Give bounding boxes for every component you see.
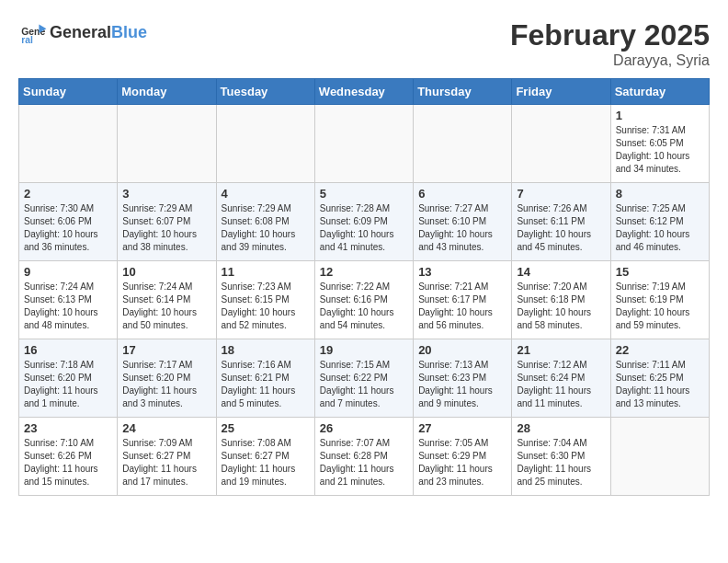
calendar-cell: 12Sunrise: 7:22 AM Sunset: 6:16 PM Dayli…	[314, 261, 413, 339]
day-number: 1	[616, 109, 704, 122]
header-thursday: Thursday	[414, 79, 512, 105]
logo-line2: Blue	[111, 23, 147, 41]
svg-text:ral: ral	[21, 35, 33, 45]
day-number: 17	[122, 343, 210, 357]
day-number: 26	[320, 421, 408, 435]
day-number: 28	[517, 421, 605, 435]
header-monday: Monday	[118, 79, 216, 105]
calendar-cell: 20Sunrise: 7:13 AM Sunset: 6:23 PM Dayli…	[414, 339, 512, 418]
week-row-5: 23Sunrise: 7:10 AM Sunset: 6:26 PM Dayli…	[19, 418, 710, 496]
day-number: 12	[320, 265, 408, 279]
day-info: Sunrise: 7:15 AM Sunset: 6:22 PM Dayligh…	[320, 359, 408, 410]
day-number: 13	[418, 265, 506, 279]
day-number: 18	[222, 343, 310, 357]
calendar-cell	[118, 105, 216, 183]
week-row-1: 1Sunrise: 7:31 AM Sunset: 6:05 PM Daylig…	[19, 105, 710, 183]
day-number: 3	[122, 187, 210, 201]
day-info: Sunrise: 7:16 AM Sunset: 6:21 PM Dayligh…	[222, 359, 310, 410]
calendar-cell: 2Sunrise: 7:30 AM Sunset: 6:06 PM Daylig…	[19, 183, 118, 261]
calendar-cell: 11Sunrise: 7:23 AM Sunset: 6:15 PM Dayli…	[216, 261, 314, 339]
page-header: Gene ral GeneralBlue February 2025 Daray…	[18, 18, 710, 69]
day-info: Sunrise: 7:29 AM Sunset: 6:08 PM Dayligh…	[222, 202, 310, 254]
day-info: Sunrise: 7:28 AM Sunset: 6:09 PM Dayligh…	[320, 202, 408, 254]
calendar-cell: 18Sunrise: 7:16 AM Sunset: 6:21 PM Dayli…	[216, 339, 314, 418]
day-info: Sunrise: 7:04 AM Sunset: 6:30 PM Dayligh…	[517, 437, 605, 488]
day-info: Sunrise: 7:18 AM Sunset: 6:20 PM Dayligh…	[24, 359, 112, 410]
day-number: 19	[320, 343, 408, 357]
calendar-cell: 5Sunrise: 7:28 AM Sunset: 6:09 PM Daylig…	[314, 183, 413, 261]
location: Darayya, Syria	[510, 52, 710, 69]
week-row-4: 16Sunrise: 7:18 AM Sunset: 6:20 PM Dayli…	[19, 339, 710, 418]
week-row-3: 9Sunrise: 7:24 AM Sunset: 6:13 PM Daylig…	[19, 261, 710, 339]
logo-icon: Gene ral	[18, 18, 48, 48]
day-info: Sunrise: 7:12 AM Sunset: 6:24 PM Dayligh…	[517, 359, 605, 410]
calendar-cell: 14Sunrise: 7:20 AM Sunset: 6:18 PM Dayli…	[512, 261, 610, 339]
calendar-cell: 9Sunrise: 7:24 AM Sunset: 6:13 PM Daylig…	[19, 261, 118, 339]
calendar-cell: 25Sunrise: 7:08 AM Sunset: 6:27 PM Dayli…	[216, 418, 314, 496]
day-info: Sunrise: 7:23 AM Sunset: 6:15 PM Dayligh…	[222, 281, 310, 332]
day-number: 20	[418, 343, 506, 357]
day-number: 22	[616, 343, 704, 357]
calendar-cell: 27Sunrise: 7:05 AM Sunset: 6:29 PM Dayli…	[414, 418, 512, 496]
calendar-cell: 22Sunrise: 7:11 AM Sunset: 6:25 PM Dayli…	[610, 339, 709, 418]
day-number: 21	[517, 343, 605, 357]
day-number: 27	[418, 421, 506, 435]
calendar-cell: 16Sunrise: 7:18 AM Sunset: 6:20 PM Dayli…	[19, 339, 118, 418]
calendar-cell: 3Sunrise: 7:29 AM Sunset: 6:07 PM Daylig…	[118, 183, 216, 261]
day-info: Sunrise: 7:25 AM Sunset: 6:12 PM Dayligh…	[616, 202, 704, 254]
day-info: Sunrise: 7:05 AM Sunset: 6:29 PM Dayligh…	[418, 437, 506, 488]
day-number: 15	[616, 265, 704, 279]
day-info: Sunrise: 7:20 AM Sunset: 6:18 PM Dayligh…	[517, 281, 605, 332]
calendar-cell	[610, 418, 709, 496]
day-number: 24	[122, 421, 210, 435]
logo: Gene ral GeneralBlue	[18, 18, 147, 48]
calendar-table: SundayMondayTuesdayWednesdayThursdayFrid…	[18, 78, 710, 496]
header-sunday: Sunday	[19, 79, 118, 105]
calendar-cell: 21Sunrise: 7:12 AM Sunset: 6:24 PM Dayli…	[512, 339, 610, 418]
day-info: Sunrise: 7:07 AM Sunset: 6:28 PM Dayligh…	[320, 437, 408, 488]
calendar-cell: 19Sunrise: 7:15 AM Sunset: 6:22 PM Dayli…	[314, 339, 413, 418]
day-info: Sunrise: 7:26 AM Sunset: 6:11 PM Dayligh…	[517, 202, 605, 254]
day-info: Sunrise: 7:11 AM Sunset: 6:25 PM Dayligh…	[616, 359, 704, 410]
calendar-cell: 8Sunrise: 7:25 AM Sunset: 6:12 PM Daylig…	[610, 183, 709, 261]
day-info: Sunrise: 7:30 AM Sunset: 6:06 PM Dayligh…	[24, 202, 112, 254]
calendar-cell: 15Sunrise: 7:19 AM Sunset: 6:19 PM Dayli…	[610, 261, 709, 339]
calendar-cell: 23Sunrise: 7:10 AM Sunset: 6:26 PM Dayli…	[19, 418, 118, 496]
day-info: Sunrise: 7:24 AM Sunset: 6:13 PM Dayligh…	[24, 281, 112, 332]
day-info: Sunrise: 7:31 AM Sunset: 6:05 PM Dayligh…	[616, 124, 704, 176]
day-info: Sunrise: 7:09 AM Sunset: 6:27 PM Dayligh…	[122, 437, 210, 488]
calendar-cell: 13Sunrise: 7:21 AM Sunset: 6:17 PM Dayli…	[414, 261, 512, 339]
day-number: 7	[517, 187, 605, 201]
week-row-2: 2Sunrise: 7:30 AM Sunset: 6:06 PM Daylig…	[19, 183, 710, 261]
day-info: Sunrise: 7:19 AM Sunset: 6:19 PM Dayligh…	[616, 281, 704, 332]
day-info: Sunrise: 7:29 AM Sunset: 6:07 PM Dayligh…	[122, 202, 210, 254]
header-saturday: Saturday	[610, 79, 709, 105]
calendar-cell: 6Sunrise: 7:27 AM Sunset: 6:10 PM Daylig…	[414, 183, 512, 261]
day-number: 4	[222, 187, 310, 201]
day-info: Sunrise: 7:17 AM Sunset: 6:20 PM Dayligh…	[122, 359, 210, 410]
calendar-cell	[216, 105, 314, 183]
header-friday: Friday	[512, 79, 610, 105]
day-number: 16	[24, 343, 112, 357]
day-info: Sunrise: 7:22 AM Sunset: 6:16 PM Dayligh…	[320, 281, 408, 332]
title-block: February 2025 Darayya, Syria	[510, 18, 710, 69]
day-info: Sunrise: 7:08 AM Sunset: 6:27 PM Dayligh…	[222, 437, 310, 488]
day-number: 5	[320, 187, 408, 201]
calendar-cell: 7Sunrise: 7:26 AM Sunset: 6:11 PM Daylig…	[512, 183, 610, 261]
calendar-cell: 17Sunrise: 7:17 AM Sunset: 6:20 PM Dayli…	[118, 339, 216, 418]
header-row: SundayMondayTuesdayWednesdayThursdayFrid…	[19, 79, 710, 105]
calendar-cell: 26Sunrise: 7:07 AM Sunset: 6:28 PM Dayli…	[314, 418, 413, 496]
day-number: 11	[222, 265, 310, 279]
day-info: Sunrise: 7:13 AM Sunset: 6:23 PM Dayligh…	[418, 359, 506, 410]
logo-line1: General	[50, 23, 111, 41]
day-number: 9	[24, 265, 112, 279]
month-title: February 2025	[510, 18, 710, 52]
calendar-cell	[414, 105, 512, 183]
day-number: 14	[517, 265, 605, 279]
calendar-cell	[314, 105, 413, 183]
day-number: 23	[24, 421, 112, 435]
day-number: 6	[418, 187, 506, 201]
calendar-cell: 28Sunrise: 7:04 AM Sunset: 6:30 PM Dayli…	[512, 418, 610, 496]
day-number: 25	[222, 421, 310, 435]
calendar-cell	[19, 105, 118, 183]
